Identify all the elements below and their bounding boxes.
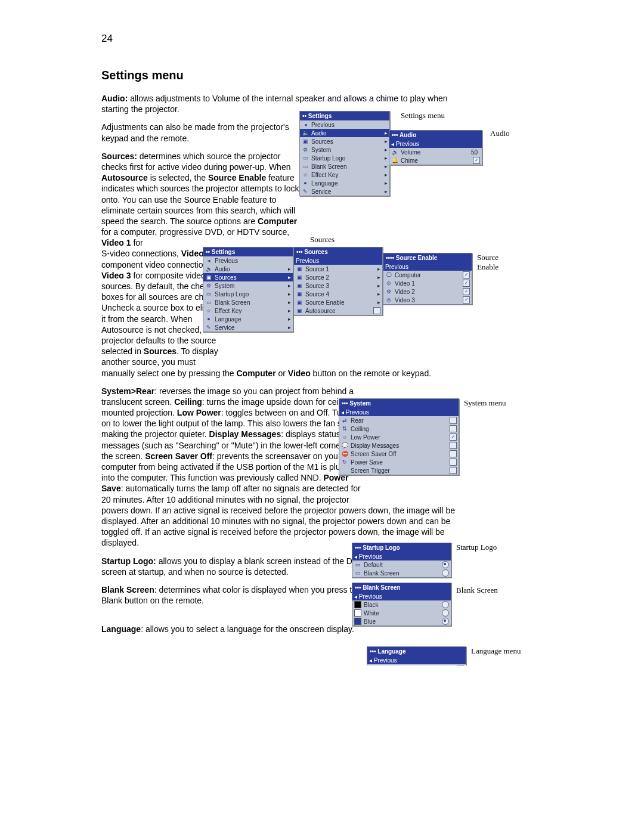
system-item-low-power[interactable]: ☼ Low Power ✓ <box>339 433 459 441</box>
menu-blank-screen: ••• Blank Screen ◂ Previous Black White … <box>352 583 451 626</box>
settings-item-sources[interactable]: ▣ Sources ▸ <box>300 137 389 145</box>
settings-item-audio[interactable]: 🔈 Audio ▸ <box>203 265 293 273</box>
color-swatch-icon <box>354 609 361 617</box>
menu-source-enable-previous[interactable]: Previous <box>383 262 472 271</box>
paragraph-startup: Startup Logo: allows you to display a bl… <box>101 556 376 577</box>
settings-item-previous[interactable]: ◂ Previous <box>203 256 293 265</box>
checkbox-icon[interactable] <box>450 417 457 424</box>
menu-item-icon: ⚙ <box>385 288 392 295</box>
enable-item-computer[interactable]: 🖵 Computer ✓ <box>383 271 472 279</box>
checkbox-icon[interactable]: ✓ <box>450 433 457 441</box>
settings-item-language[interactable]: ● Language ▸ <box>300 179 389 187</box>
sources-item-source-3[interactable]: ▣ Source 3▸ <box>294 281 382 290</box>
menu-item-label: Blank Screen <box>215 299 286 306</box>
menu-item-label: Ceiling <box>351 426 447 432</box>
submenu-arrow-icon: ▸ <box>377 283 380 289</box>
checkbox-icon[interactable] <box>450 467 457 474</box>
language-item[interactable]: English ✓ <box>367 664 466 665</box>
settings-item-service[interactable]: ✎ Service ▸ <box>203 323 293 332</box>
system-item-ceiling[interactable]: ⇅ Ceiling <box>339 425 459 433</box>
checkbox-icon[interactable]: ✓ <box>457 665 464 665</box>
settings-item-blank-screen[interactable]: ▭ Blank Screen ▸ <box>300 162 389 171</box>
settings-item-system[interactable]: ⚙ System ▸ <box>300 145 389 154</box>
menu-item-label: Source 2 <box>305 274 375 281</box>
sources-item-source-4[interactable]: ▣ Source 4▸ <box>294 290 382 298</box>
menu-item-icon: ✎ <box>205 324 212 331</box>
menu-system-title: ••• System <box>339 399 459 408</box>
enable-item-video-1[interactable]: ⊙ Video 1 ✓ <box>383 279 472 287</box>
menu-item-label: Volume <box>401 149 469 156</box>
settings-item-service[interactable]: ✎ Service ▸ <box>300 187 389 196</box>
settings-item-startup-logo[interactable]: ▭ Startup Logo ▸ <box>300 154 389 162</box>
settings-item-blank-screen[interactable]: ▭ Blank Screen ▸ <box>203 298 293 306</box>
checkbox-icon[interactable] <box>450 450 457 457</box>
submenu-arrow-icon: ▸ <box>288 316 291 322</box>
sources-item-source-1[interactable]: ▣ Source 1▸ <box>294 265 382 273</box>
menu-item-label: Video 3 <box>395 297 460 304</box>
menu-item-icon: ◎ <box>385 296 392 304</box>
menu-item-label: Blank Screen <box>311 163 382 170</box>
blank-item-blue[interactable]: Blue <box>352 617 451 625</box>
submenu-arrow-icon: ▸ <box>377 299 380 305</box>
sources-item-source-2[interactable]: ▣ Source 2▸ <box>294 273 382 281</box>
enable-item-video-2[interactable]: ⚙ Video 2 ✓ <box>383 287 472 296</box>
menu-system-previous[interactable]: ◂ Previous <box>339 408 459 416</box>
caption-startup-logo: Startup Logo <box>456 543 497 552</box>
checkbox-icon[interactable] <box>450 442 457 449</box>
radio-icon[interactable] <box>442 618 449 625</box>
menu-audio-previous[interactable]: ◂ Previous <box>389 140 482 148</box>
menu-item-icon <box>369 665 376 665</box>
menu-item-icon: 🔈 <box>302 129 309 137</box>
checkbox-icon[interactable]: ✓ <box>473 157 480 164</box>
menu-startup-previous[interactable]: ◂ Previous <box>352 552 451 561</box>
caption-source-enable: Source Enable <box>477 253 499 272</box>
checkbox-icon[interactable] <box>450 459 457 466</box>
settings-item-startup-logo[interactable]: ▭ Startup Logo ▸ <box>203 290 293 298</box>
sources-item-autosource[interactable]: ▣ Autosource <box>294 306 382 315</box>
paragraph-sources-bottom: manually select one by pressing the Comp… <box>101 368 489 379</box>
system-item-screen-trigger[interactable]: Screen Trigger <box>339 466 459 475</box>
system-item-power-save[interactable]: ↻ Power Save <box>339 458 459 466</box>
checkbox-icon[interactable] <box>373 307 380 314</box>
menu-item-icon: ↻ <box>341 459 348 466</box>
system-item-rear[interactable]: ⇄ Rear <box>339 416 459 425</box>
menu-item-icon: ⊙ <box>385 280 392 287</box>
caption-blank-screen: Blank Screen <box>456 586 498 595</box>
settings-item-sources[interactable]: ▣ Sources ▸ <box>203 273 293 281</box>
paragraph-blank: Blank Screen: determines what color is d… <box>101 584 376 606</box>
settings-item-previous[interactable]: ◂ Previous <box>300 120 389 129</box>
menu-startup-title: ••• Startup Logo <box>352 543 451 552</box>
radio-icon[interactable] <box>442 601 449 608</box>
startup-item-default[interactable]: ▭ Default <box>352 561 451 569</box>
blank-item-black[interactable]: Black <box>352 600 451 609</box>
checkbox-icon[interactable]: ✓ <box>463 280 470 287</box>
settings-item-language[interactable]: ● Language ▸ <box>203 315 293 323</box>
paragraph-sources-top: Sources: determines which source the pro… <box>101 151 304 249</box>
audio-item-chime[interactable]: 🔔 Chime✓ <box>389 156 482 165</box>
menu-blank-previous[interactable]: ◂ Previous <box>352 592 451 600</box>
enable-item-video-3[interactable]: ◎ Video 3 ✓ <box>383 296 472 304</box>
radio-icon[interactable] <box>442 609 449 617</box>
radio-icon[interactable] <box>442 561 449 568</box>
radio-icon[interactable] <box>442 569 449 577</box>
settings-item-effect-key[interactable]: ☆ Effect Key ▸ <box>300 171 389 179</box>
checkbox-icon[interactable] <box>450 425 457 432</box>
checkbox-icon[interactable]: ✓ <box>463 296 470 304</box>
settings-item-audio[interactable]: 🔈 Audio ▸ <box>300 129 389 137</box>
blank-item-white[interactable]: White <box>352 609 451 617</box>
settings-item-effect-key[interactable]: ☆ Effect Key ▸ <box>203 306 293 315</box>
checkbox-icon[interactable]: ✓ <box>463 288 470 295</box>
startup-item-blank-screen[interactable]: ▭ Blank Screen <box>352 569 451 577</box>
menu-language-previous[interactable]: ◂ Previous <box>367 656 466 664</box>
sources-item-source-enable[interactable]: ▣ Source Enable▸ <box>294 298 382 306</box>
menu-item-icon: ▣ <box>205 274 212 281</box>
system-item-display-messages[interactable]: 💬 Display Messages <box>339 441 459 450</box>
checkbox-icon[interactable]: ✓ <box>463 271 470 278</box>
system-item-screen-saver-off[interactable]: ⛔ Screen Saver Off <box>339 450 459 458</box>
menu-sources-previous[interactable]: Previous <box>294 256 382 265</box>
menu-item-label: Source 3 <box>305 283 375 289</box>
settings-item-system[interactable]: ⚙ System ▸ <box>203 281 293 290</box>
menu-item-icon <box>341 467 348 474</box>
audio-item-volume[interactable]: 🔈 Volume50 <box>389 148 482 156</box>
caption-language-menu: Language menu <box>471 646 521 656</box>
